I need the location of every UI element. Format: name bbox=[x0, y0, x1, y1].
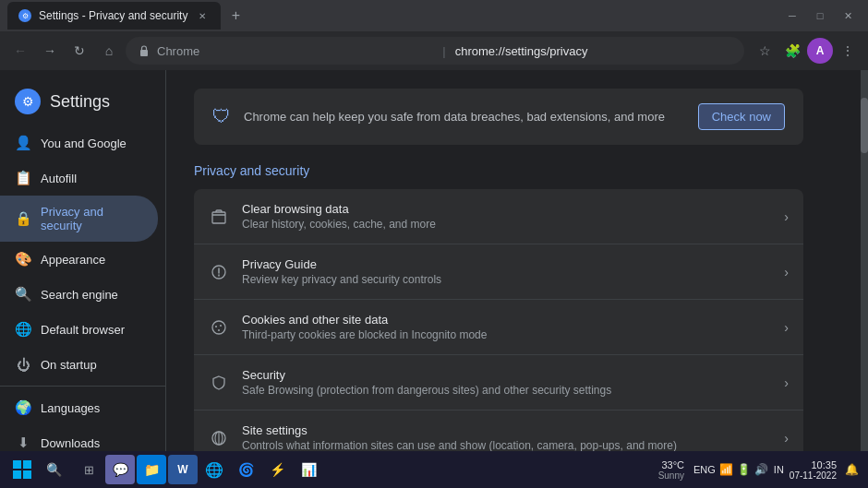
sidebar-item-search-engine[interactable]: 🔍 Search engine bbox=[0, 277, 158, 312]
scroll-track bbox=[861, 70, 868, 451]
security-content: Security Safe Browsing (protection from … bbox=[242, 368, 771, 397]
weather-widget: 33°C Sunny bbox=[658, 459, 684, 481]
taskbar-app-word[interactable]: W bbox=[168, 455, 198, 484]
address-bar[interactable]: Chrome | chrome://settings/privacy bbox=[126, 37, 744, 65]
check-now-button[interactable]: Check now bbox=[698, 103, 785, 130]
start-button[interactable] bbox=[7, 455, 37, 484]
wifi-icon: 📶 bbox=[719, 463, 733, 476]
lock-icon bbox=[137, 43, 151, 58]
sidebar-label-you-and-google: You and Google bbox=[41, 137, 127, 150]
security-icon bbox=[209, 373, 229, 393]
privacy-security-icon: 🔒 bbox=[15, 210, 31, 227]
taskbar-app-chat[interactable]: 💬 bbox=[105, 455, 135, 484]
taskbar-in-label: IN bbox=[774, 464, 784, 475]
sidebar-label-appearance: Appearance bbox=[41, 253, 105, 267]
search-button[interactable]: 🔍 bbox=[41, 457, 66, 482]
weather-temp: 33°C bbox=[661, 459, 684, 470]
site-settings-content: Site settings Controls what information … bbox=[242, 423, 771, 452]
sidebar-item-you-and-google[interactable]: 👤 You and Google bbox=[0, 125, 158, 161]
clear-browsing-content: Clear browsing data Clear history, cooki… bbox=[242, 202, 771, 231]
default-browser-icon: 🌐 bbox=[15, 321, 31, 338]
privacy-guide-icon bbox=[209, 262, 229, 282]
sidebar-item-default-browser[interactable]: 🌐 Default browser bbox=[0, 312, 158, 347]
site-settings-title: Site settings bbox=[242, 423, 771, 437]
window-controls: ─ □ ✕ bbox=[779, 6, 861, 25]
clock-date: 07-11-2022 bbox=[790, 470, 837, 481]
sidebar-item-on-startup[interactable]: ⏻ On startup bbox=[0, 347, 158, 382]
active-tab[interactable]: ⚙ Settings - Privacy and security ✕ bbox=[7, 2, 221, 30]
taskbar-app-1[interactable]: 🌀 bbox=[231, 455, 260, 484]
sidebar-item-appearance[interactable]: 🎨 Appearance bbox=[0, 242, 158, 277]
extensions-button[interactable]: 🧩 bbox=[779, 38, 805, 64]
scrollbar[interactable] bbox=[861, 70, 868, 488]
svg-point-7 bbox=[218, 329, 220, 331]
sidebar-item-languages[interactable]: 🌍 Languages bbox=[0, 390, 158, 425]
clear-browsing-title: Clear browsing data bbox=[242, 202, 771, 216]
taskview-button[interactable]: ⊞ bbox=[74, 455, 103, 484]
home-button[interactable]: ⌂ bbox=[96, 38, 122, 64]
appearance-icon: 🎨 bbox=[15, 251, 31, 268]
lang-indicator[interactable]: ENG bbox=[693, 464, 716, 475]
nav-actions: ☆ 🧩 A ⋮ bbox=[752, 38, 861, 64]
tab-title: Settings - Privacy and security bbox=[39, 9, 187, 22]
profile-button[interactable]: A bbox=[807, 38, 833, 64]
cookies-icon bbox=[209, 317, 229, 338]
autofill-icon: 📋 bbox=[15, 170, 31, 186]
content-area: 🛡 Chrome can help keep you safe from dat… bbox=[166, 70, 861, 488]
shield-icon: 🛡 bbox=[212, 106, 231, 127]
taskbar-app-chrome[interactable]: 🌐 bbox=[199, 455, 229, 484]
menu-button[interactable]: ⋮ bbox=[835, 38, 861, 64]
bookmark-button[interactable]: ☆ bbox=[752, 38, 778, 64]
settings-logo: ⚙ bbox=[15, 89, 41, 114]
you-and-google-icon: 👤 bbox=[15, 135, 31, 151]
sidebar-item-autofill[interactable]: 📋 Autofill bbox=[0, 161, 158, 196]
weather-condition: Sunny bbox=[658, 470, 684, 481]
cookies-chevron: › bbox=[784, 320, 789, 335]
privacy-guide-desc: Review key privacy and security controls bbox=[242, 273, 771, 286]
settings-item-security[interactable]: Security Safe Browsing (protection from … bbox=[194, 355, 803, 411]
taskbar-app-explorer[interactable]: 📁 bbox=[137, 455, 166, 484]
site-settings-icon bbox=[209, 428, 229, 448]
titlebar: ⚙ Settings - Privacy and security ✕ + ─ … bbox=[0, 0, 868, 31]
settings-item-privacy-guide[interactable]: Privacy Guide Review key privacy and sec… bbox=[194, 244, 803, 300]
site-settings-chevron: › bbox=[784, 431, 789, 446]
back-button[interactable]: ← bbox=[7, 38, 33, 64]
settings-item-cookies[interactable]: Cookies and other site data Third-party … bbox=[194, 300, 803, 355]
forward-button[interactable]: → bbox=[37, 38, 63, 64]
tab-close-button[interactable]: ✕ bbox=[195, 8, 210, 23]
sidebar-label-on-startup: On startup bbox=[41, 358, 97, 372]
volume-icon: 🔊 bbox=[754, 463, 768, 476]
taskbar-app-3[interactable]: 📊 bbox=[294, 455, 323, 484]
downloads-icon: ⬇ bbox=[15, 434, 31, 451]
svg-point-5 bbox=[215, 326, 217, 327]
settings-item-clear-browsing[interactable]: Clear browsing data Clear history, cooki… bbox=[194, 189, 803, 244]
sidebar-label-downloads: Downloads bbox=[41, 436, 100, 450]
svg-rect-13 bbox=[23, 460, 31, 469]
notification-button[interactable]: 🔔 bbox=[842, 460, 861, 479]
svg-rect-1 bbox=[212, 212, 225, 223]
sidebar-header: ⚙ Settings bbox=[0, 77, 165, 125]
sidebar-item-privacy-security[interactable]: 🔒 Privacy and security bbox=[0, 196, 158, 242]
taskbar-app-2[interactable]: ⚡ bbox=[262, 455, 292, 484]
taskbar-apps: ⊞ 💬 📁 W 🌐 🌀 ⚡ 📊 bbox=[74, 455, 323, 484]
settings-list: Clear browsing data Clear history, cooki… bbox=[194, 189, 803, 488]
taskbar-clock[interactable]: 10:35 07-11-2022 bbox=[790, 459, 837, 481]
svg-rect-12 bbox=[13, 460, 21, 469]
taskbar-icons: ENG 📶 🔋 🔊 bbox=[693, 463, 768, 476]
maximize-button[interactable]: □ bbox=[807, 6, 833, 25]
scroll-thumb bbox=[861, 98, 868, 153]
sidebar: ⚙ Settings 👤 You and Google 📋 Autofill 🔒… bbox=[0, 70, 166, 488]
on-startup-icon: ⏻ bbox=[15, 356, 31, 373]
sidebar-label-search-engine: Search engine bbox=[41, 288, 118, 302]
refresh-button[interactable]: ↻ bbox=[66, 38, 92, 64]
new-tab-button[interactable]: + bbox=[224, 5, 247, 27]
svg-rect-0 bbox=[140, 50, 148, 56]
svg-rect-15 bbox=[23, 470, 31, 479]
main-layout: ⚙ Settings 👤 You and Google 📋 Autofill 🔒… bbox=[0, 70, 868, 488]
sidebar-label-default-browser: Default browser bbox=[41, 323, 125, 337]
minimize-button[interactable]: ─ bbox=[779, 6, 805, 25]
sidebar-label-autofill: Autofill bbox=[41, 172, 77, 185]
cookies-content: Cookies and other site data Third-party … bbox=[242, 313, 771, 341]
close-button[interactable]: ✕ bbox=[835, 6, 861, 25]
taskbar: 🔍 ⊞ 💬 📁 W 🌐 🌀 ⚡ 📊 33°C Sunny ENG 📶 🔋 🔊 I… bbox=[0, 451, 868, 488]
